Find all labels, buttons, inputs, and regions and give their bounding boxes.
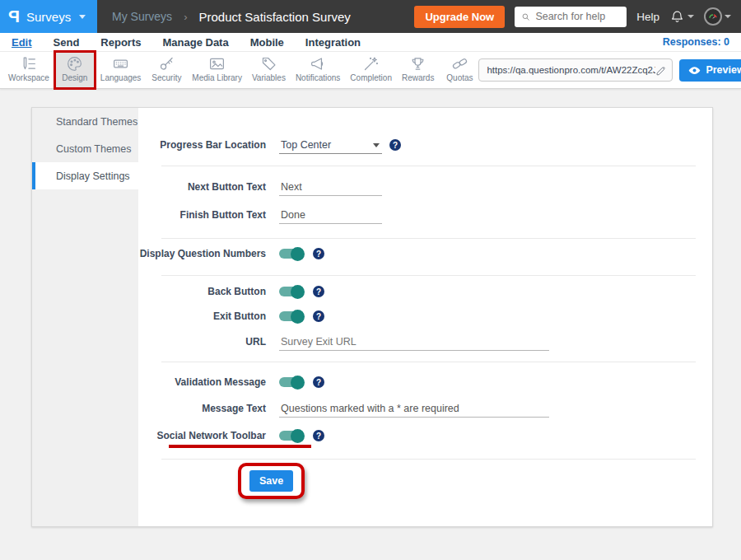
tool-notifications[interactable]: Notifications	[292, 53, 343, 87]
chevron-down-icon	[725, 15, 731, 18]
tool-workspace[interactable]: Workspace	[5, 53, 53, 87]
help-icon[interactable]: ?	[313, 376, 324, 388]
breadcrumb-separator: ›	[184, 11, 187, 23]
finish-button-text-input[interactable]	[279, 207, 382, 224]
social-network-toolbar-label: Social Network Toolbar	[138, 430, 266, 441]
exit-button-row: Exit Button ?	[138, 306, 712, 327]
responses-count[interactable]: Responses: 0	[663, 36, 729, 48]
notifications-menu[interactable]	[669, 9, 694, 25]
bell-icon	[669, 9, 685, 25]
help-icon[interactable]: ?	[313, 310, 324, 322]
upgrade-now-button[interactable]: Upgrade Now	[414, 6, 505, 28]
eye-icon	[688, 66, 701, 75]
next-button-text-label: Next Button Text	[138, 181, 266, 193]
help-search[interactable]	[515, 7, 627, 27]
validation-message-toggle[interactable]	[279, 377, 303, 387]
progress-bar-location-select[interactable]: Top Center	[279, 137, 382, 154]
red-box-annotation: Save	[238, 463, 305, 499]
tool-label: Notifications	[296, 73, 340, 82]
account-menu[interactable]	[704, 7, 731, 26]
social-network-toolbar-toggle[interactable]	[279, 431, 303, 441]
tool-design[interactable]: Design	[56, 53, 94, 87]
message-text-input[interactable]	[279, 400, 549, 418]
rewards-trophy-icon	[409, 55, 426, 72]
survey-url-input[interactable]	[487, 65, 655, 75]
next-button-text-input[interactable]	[279, 179, 382, 196]
quotas-chain-icon	[451, 55, 468, 72]
section-divider	[161, 166, 696, 166]
menu-item-edit[interactable]: Edit	[12, 36, 32, 49]
tool-label: Variables	[252, 73, 286, 82]
questionpro-logo: P	[8, 7, 20, 26]
tool-label: Design	[62, 73, 87, 82]
message-text-label: Message Text	[138, 403, 266, 414]
toggle-knob	[291, 310, 305, 324]
survey-link-area: Preview	[478, 58, 741, 82]
toggle-knob	[291, 285, 305, 299]
help-icon[interactable]: ?	[313, 430, 324, 441]
edit-pencil-icon[interactable]	[655, 64, 667, 77]
gauge-icon	[707, 11, 719, 22]
exit-url-input[interactable]	[279, 334, 549, 351]
back-button-row: Back Button ?	[138, 281, 712, 302]
survey-url-box[interactable]	[478, 58, 673, 82]
edit-toolbar: Workspace Design Languages Security Medi…	[0, 52, 741, 89]
validation-message-row: Validation Message ?	[138, 371, 712, 393]
search-icon	[521, 12, 530, 22]
tool-label: Security	[151, 73, 181, 82]
preview-button[interactable]: Preview	[679, 59, 741, 82]
design-settings-card: Standard Themes Custom Themes Display Se…	[31, 107, 713, 527]
help-icon[interactable]: ?	[313, 286, 324, 297]
menu-item-integration[interactable]: Integration	[305, 36, 361, 49]
sidebar-item-display-settings[interactable]: Display Settings	[32, 162, 138, 189]
questionpro-app: P Surveys My Surveys › Product Satisfact…	[0, 0, 741, 560]
menu-item-send[interactable]: Send	[54, 36, 80, 49]
toggle-knob	[291, 247, 305, 261]
media-library-image-icon	[208, 55, 226, 72]
menu-item-reports[interactable]: Reports	[100, 36, 141, 49]
menu-item-manage-data[interactable]: Manage Data	[162, 36, 228, 49]
security-key-icon	[158, 55, 175, 72]
tool-security[interactable]: Security	[147, 53, 185, 87]
save-button[interactable]: Save	[249, 470, 293, 492]
completion-wand-icon	[362, 55, 380, 72]
search-input[interactable]	[535, 11, 620, 22]
tool-label: Media Library	[192, 73, 242, 82]
tool-languages[interactable]: Languages	[97, 53, 145, 87]
validation-message-label: Validation Message	[138, 376, 266, 388]
back-button-label: Back Button	[138, 286, 266, 297]
display-question-numbers-toggle[interactable]	[279, 249, 303, 259]
chevron-down-icon	[79, 15, 86, 19]
tool-completion[interactable]: Completion	[347, 53, 395, 87]
finish-button-text-row: Finish Button Text	[138, 204, 712, 226]
tool-quotas[interactable]: Quotas	[440, 53, 478, 87]
product-switcher[interactable]: P Surveys	[0, 0, 97, 33]
menu-item-mobile[interactable]: Mobile	[250, 36, 284, 49]
survey-menubar: Edit Send Reports Manage Data Mobile Int…	[0, 33, 741, 52]
header-actions: Upgrade Now Help	[414, 6, 741, 28]
avatar	[704, 7, 722, 26]
section-divider	[161, 275, 696, 276]
tool-media-library[interactable]: Media Library	[189, 53, 245, 87]
save-row: Save	[238, 463, 712, 499]
sidebar-item-custom-themes[interactable]: Custom Themes	[32, 135, 138, 162]
toggle-knob	[291, 376, 305, 390]
tool-label: Languages	[100, 73, 142, 82]
workspace-icon	[20, 55, 37, 72]
tool-variables[interactable]: Variables	[249, 53, 289, 87]
tool-rewards[interactable]: Rewards	[398, 53, 437, 87]
variables-tag-icon	[260, 55, 277, 72]
help-link[interactable]: Help	[636, 11, 659, 23]
help-icon[interactable]: ?	[313, 248, 324, 259]
exit-button-toggle[interactable]	[279, 311, 303, 321]
back-button-toggle[interactable]	[279, 287, 303, 296]
sidebar-item-standard-themes[interactable]: Standard Themes	[32, 108, 138, 135]
progress-bar-location-row: Progress Bar Location Top Center ?	[138, 134, 712, 156]
help-icon[interactable]: ?	[389, 139, 401, 151]
survey-menu: Edit Send Reports Manage Data Mobile Int…	[12, 36, 361, 49]
red-underline-annotation	[169, 445, 311, 448]
design-sidebar: Standard Themes Custom Themes Display Se…	[32, 108, 138, 526]
breadcrumb-my-surveys[interactable]: My Surveys	[112, 10, 172, 23]
product-name: Surveys	[26, 10, 71, 24]
tool-label: Quotas	[446, 73, 473, 82]
